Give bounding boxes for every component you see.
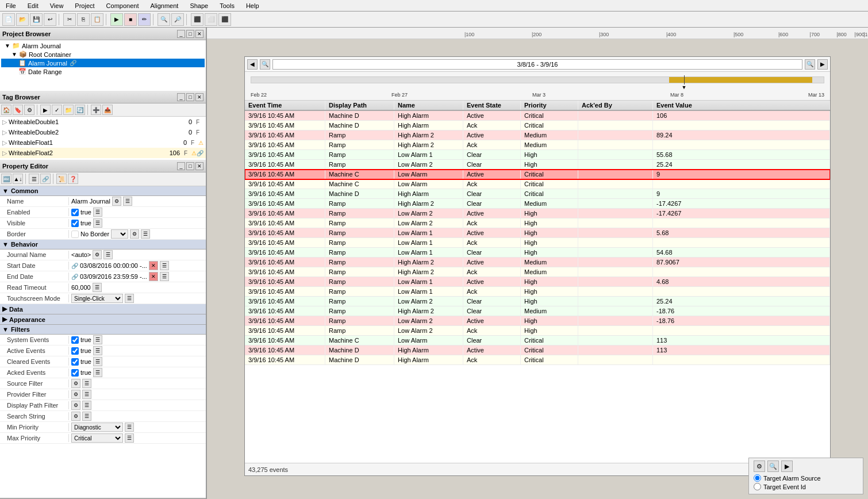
menu-file[interactable]: File xyxy=(2,2,20,10)
tree-item-alarm-journal[interactable]: 📋 Alarm Journal 🔗 xyxy=(1,59,205,67)
alarm-row[interactable]: 3/9/16 10:45 AM Ramp High Alarm 2 Active… xyxy=(245,258,830,267)
col-header-name[interactable]: Name xyxy=(394,101,463,110)
tag-btn-7[interactable]: 🔄 xyxy=(75,105,85,115)
behavior-group-header[interactable]: ▼ Behavior xyxy=(0,240,206,250)
prop-name-link-btn[interactable]: ☰ xyxy=(123,197,132,206)
prop-activeevents-checkbox[interactable] xyxy=(71,347,79,355)
radio-target-event-id[interactable] xyxy=(754,483,761,490)
prop-script-btn[interactable]: 📜 xyxy=(56,174,67,184)
prop-touchmode-value[interactable]: Single-Click ☰ xyxy=(69,293,206,304)
prop-maxpriority-btn[interactable]: ☰ xyxy=(125,433,134,443)
prop-enddate-btn2[interactable]: ☰ xyxy=(160,272,169,281)
prop-providerfilter-btn2[interactable]: ☰ xyxy=(82,390,91,399)
prop-sourcefilter-btn2[interactable]: ☰ xyxy=(82,379,91,388)
date-prev-btn[interactable]: ◀ xyxy=(247,59,258,70)
prop-activeevents-btn[interactable]: ☰ xyxy=(93,346,102,355)
alarm-row[interactable]: 3/9/16 10:45 AM Ramp Low Alarm 1 Clear H… xyxy=(245,150,830,160)
prop-readtimeout-value[interactable]: 60,000 ☰ xyxy=(69,282,206,293)
alarm-row[interactable]: 3/9/16 10:45 AM Ramp Low Alarm 2 Clear H… xyxy=(245,160,830,170)
minimize-panel-btn[interactable]: _ xyxy=(177,30,185,38)
tree-item-date-range[interactable]: 📅 Date Range xyxy=(1,67,205,76)
prop-displaypathfilter-btn2[interactable]: ☰ xyxy=(82,401,91,410)
prop-searchstring-value[interactable]: ⚙ ☰ xyxy=(69,411,206,421)
prop-readtimeout-btn[interactable]: ☰ xyxy=(93,283,102,292)
prop-searchstring-btn1[interactable]: ⚙ xyxy=(71,412,80,421)
prop-border-value[interactable]: No Border ⚙ ☰ xyxy=(69,229,206,239)
appearance-group-header[interactable]: ▶ Appearance xyxy=(0,314,206,325)
prop-sourcefilter-btn1[interactable]: ⚙ xyxy=(71,379,80,388)
prop-enddate-value[interactable]: 🔗 03/09/2016 23:59:59 -... ✕ ☰ xyxy=(69,271,206,282)
save-button[interactable]: 💾 xyxy=(30,13,43,26)
prop-enddate-btn1[interactable]: ✕ xyxy=(149,272,158,281)
prop-sysevents-btn[interactable]: ☰ xyxy=(93,335,102,344)
menu-tools[interactable]: Tools xyxy=(216,2,238,10)
tag-row-1[interactable]: ▷ WriteableDouble1 0 F xyxy=(0,117,206,127)
menu-project[interactable]: Project xyxy=(71,2,98,10)
zoom-in[interactable]: 🔍 xyxy=(158,13,170,26)
prop-providerfilter-btn1[interactable]: ⚙ xyxy=(71,390,80,399)
prop-maxpriority-value[interactable]: Critical ☰ xyxy=(69,433,206,443)
prop-activeevents-value[interactable]: true ☰ xyxy=(69,346,206,356)
filters-group-header[interactable]: ▼ Filters xyxy=(0,325,206,335)
close-tag-btn[interactable]: ✕ xyxy=(195,93,203,101)
col-header-time[interactable]: Event Time xyxy=(245,101,325,110)
prop-ackedevents-btn[interactable]: ☰ xyxy=(93,368,102,377)
prop-ackedevents-checkbox[interactable] xyxy=(71,369,79,377)
tag-btn-8[interactable]: ➕ xyxy=(91,105,101,115)
prop-clearedevents-checkbox[interactable] xyxy=(71,358,79,366)
prop-minpriority-btn[interactable]: ☰ xyxy=(125,423,134,432)
tag-btn-1[interactable]: 🏠 xyxy=(1,105,11,115)
paste-button[interactable]: 📋 xyxy=(91,13,103,26)
prop-border-select[interactable] xyxy=(111,229,128,239)
prop-sort-btn[interactable]: 🔤 xyxy=(1,174,11,184)
alarm-row[interactable]: 3/9/16 10:45 AM Machine D High Alarm Ack… xyxy=(245,355,830,365)
prop-border-btn1[interactable]: ⚙ xyxy=(130,229,139,239)
alarm-row[interactable]: 3/9/16 10:45 AM Ramp Low Alarm 2 Clear H… xyxy=(245,297,830,306)
prop-sysevents-value[interactable]: true ☰ xyxy=(69,335,206,345)
alarm-row[interactable]: 3/9/16 10:45 AM Ramp High Alarm 2 Ack Me… xyxy=(245,140,830,150)
prop-name-value[interactable]: Alarm Journal ⚙ ☰ xyxy=(69,196,206,206)
tree-item-alarm-journal-root[interactable]: ▼ 📁 Alarm Journal xyxy=(1,41,205,50)
alarm-row[interactable]: 3/9/16 10:45 AM Ramp Low Alarm 1 Active … xyxy=(245,277,830,287)
minimize-prop-btn[interactable]: _ xyxy=(177,162,185,170)
alarm-row[interactable]: 3/9/16 10:45 AM Ramp Low Alarm 1 Active … xyxy=(245,228,830,238)
tag-btn-9[interactable]: 📤 xyxy=(102,105,113,115)
br-btn-search[interactable]: 🔍 xyxy=(767,460,779,472)
prop-clearedevents-value[interactable]: true ☰ xyxy=(69,356,206,367)
prop-clearedevents-btn[interactable]: ☰ xyxy=(93,357,102,366)
prop-enabled-checkbox[interactable] xyxy=(71,209,79,216)
prop-maxpriority-select[interactable]: Critical xyxy=(71,433,123,443)
common-group-header[interactable]: ▼ Common xyxy=(0,186,206,196)
prop-journalname-btn2[interactable]: ☰ xyxy=(103,250,113,259)
run-button[interactable]: ▶ xyxy=(110,13,123,26)
tree-item-root-container[interactable]: ▼ 📦 Root Container xyxy=(1,50,205,59)
br-btn-settings[interactable]: ⚙ xyxy=(754,460,765,472)
menu-component[interactable]: Component xyxy=(103,2,143,10)
align-right[interactable]: ⬛ xyxy=(218,13,231,26)
tag-btn-5[interactable]: ✓ xyxy=(52,105,62,115)
prop-searchstring-btn2[interactable]: ☰ xyxy=(82,412,91,421)
prop-providerfilter-value[interactable]: ⚙ ☰ xyxy=(69,389,206,400)
prop-displaypathfilter-btn1[interactable]: ⚙ xyxy=(71,401,80,410)
prop-enabled-btn[interactable]: ☰ xyxy=(93,208,102,217)
col-header-priority[interactable]: Priority xyxy=(521,101,578,110)
tag-browser-header[interactable]: Tag Browser _ □ ✕ xyxy=(0,91,206,103)
prop-journalname-value[interactable]: <auto> ⚙ ☰ xyxy=(69,250,206,260)
tag-btn-6[interactable]: 📁 xyxy=(63,105,74,115)
col-header-state[interactable]: Event State xyxy=(463,101,521,110)
minimize-tag-btn[interactable]: _ xyxy=(177,93,185,101)
prop-border-checkbox[interactable] xyxy=(71,231,79,238)
date-search-icon[interactable]: 🔍 xyxy=(260,59,270,70)
alarm-row[interactable]: 3/9/16 10:45 AM Machine D High Alarm Cle… xyxy=(245,189,830,199)
align-left[interactable]: ⬛ xyxy=(191,13,203,26)
tag-btn-3[interactable]: ⚙ xyxy=(24,105,34,115)
tag-row-4[interactable]: ▷ WriteableFloat2 106 F ⚠ 🔗 xyxy=(0,148,206,158)
alarm-row[interactable]: 3/9/16 10:45 AM Machine C Low Alarm Ack … xyxy=(245,179,830,189)
prop-name-btn[interactable]: ⚙ xyxy=(112,197,121,206)
undo-button[interactable]: ↩ xyxy=(44,13,56,26)
copy-button[interactable]: ⎘ xyxy=(77,13,90,26)
tag-row-2[interactable]: ▷ WriteableDouble2 0 F xyxy=(0,127,206,137)
restore-panel-btn[interactable]: □ xyxy=(186,30,194,38)
alarm-row[interactable]: 3/9/16 10:45 AM Machine C Low Alarm Acti… xyxy=(245,170,830,179)
prop-displaypathfilter-value[interactable]: ⚙ ☰ xyxy=(69,400,206,410)
